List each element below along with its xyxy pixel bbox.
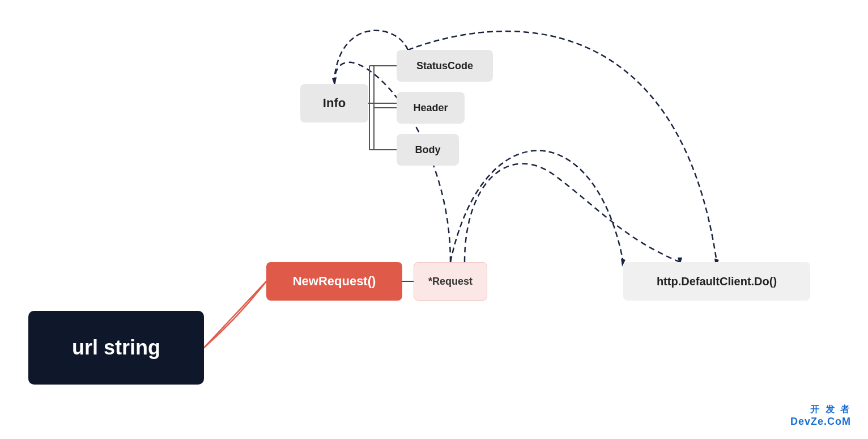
header-label: Header xyxy=(413,102,448,114)
request-node: *Request xyxy=(414,262,487,301)
info-label: Info xyxy=(323,96,346,111)
body-node: Body xyxy=(397,134,459,166)
svg-line-0 xyxy=(204,281,266,348)
http-do-label: http.DefaultClient.Do() xyxy=(657,275,777,288)
request-label: *Request xyxy=(428,276,473,288)
info-node: Info xyxy=(300,84,368,123)
watermark-line1: 开 发 者 xyxy=(790,404,851,416)
url-label: url string xyxy=(72,336,160,360)
new-request-node: NewRequest() xyxy=(266,262,402,301)
statuscode-node: StatusCode xyxy=(397,50,493,82)
diagram-container: url string NewRequest() *Request http.De… xyxy=(0,0,868,439)
http-do-node: http.DefaultClient.Do() xyxy=(623,262,810,301)
watermark-line2: DevZe.CoM xyxy=(790,416,851,428)
statuscode-label: StatusCode xyxy=(416,60,473,72)
url-node: url string xyxy=(28,311,204,385)
header-node: Header xyxy=(397,92,465,124)
new-request-label: NewRequest() xyxy=(293,274,376,289)
body-label: Body xyxy=(415,144,441,156)
watermark: 开 发 者 DevZe.CoM xyxy=(790,404,851,428)
